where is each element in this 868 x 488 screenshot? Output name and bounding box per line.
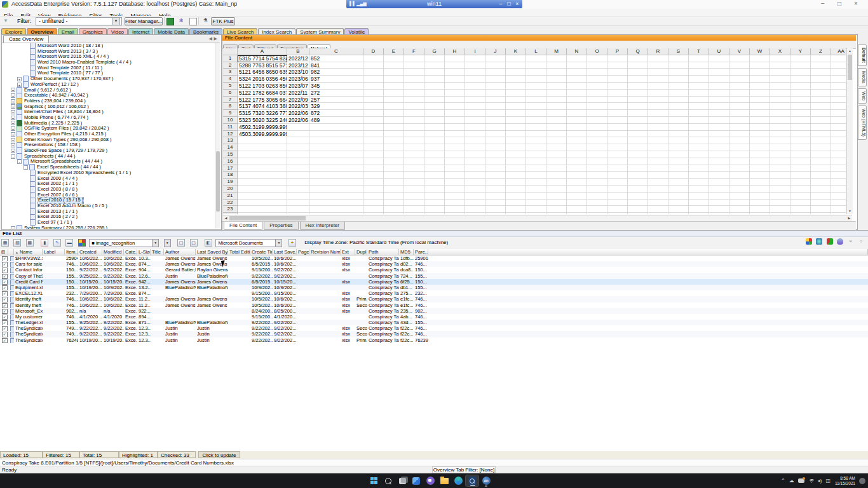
cell-R23[interactable]	[648, 206, 668, 213]
cell-O24[interactable]	[587, 213, 607, 214]
cell-F10[interactable]	[404, 117, 424, 124]
cell-Y16[interactable]	[790, 158, 811, 165]
cell-K6[interactable]	[506, 90, 526, 97]
eraser-icon[interactable]: ▬	[65, 239, 73, 247]
cell-M19[interactable]	[546, 179, 567, 186]
cell-W15[interactable]	[750, 151, 770, 158]
cell-C4[interactable]: 937	[309, 76, 363, 83]
cell-G23[interactable]	[424, 206, 445, 213]
table-row[interactable]: ✓Microsoft_Excel...902...n/an/aExce...92…	[0, 308, 868, 314]
cell-B23[interactable]	[287, 206, 309, 213]
cell-W12[interactable]	[750, 131, 770, 138]
cell-P1[interactable]	[607, 55, 628, 62]
cell-Z8[interactable]	[811, 103, 831, 110]
column-header-MD5[interactable]: MD5	[399, 249, 414, 255]
cell-J5[interactable]	[485, 83, 506, 90]
cell-U3[interactable]	[709, 69, 729, 76]
uncheck-all-icon[interactable]: ▢	[190, 239, 198, 247]
cell-D3[interactable]	[363, 69, 384, 76]
cell-N18[interactable]	[567, 172, 587, 179]
cell-D14[interactable]	[363, 144, 384, 151]
cell-F18[interactable]	[404, 172, 424, 179]
cell-I19[interactable]	[465, 179, 485, 186]
cell-Q5[interactable]	[628, 83, 648, 90]
cell-W13[interactable]	[750, 137, 770, 144]
cell-F8[interactable]	[404, 103, 424, 110]
cell-P20[interactable]	[607, 186, 628, 193]
cell-A14[interactable]	[238, 144, 287, 151]
tray-chevron-icon[interactable]: ⌃	[781, 475, 785, 487]
cell-K18[interactable]	[506, 172, 526, 179]
cell-B12[interactable]	[287, 131, 309, 138]
cell-O2[interactable]	[587, 62, 607, 69]
column-header-Item...[interactable]: Item...	[65, 249, 78, 255]
cell-I20[interactable]	[465, 186, 485, 193]
cell-W21[interactable]	[750, 193, 770, 200]
cell-J9[interactable]	[485, 110, 506, 117]
accessdata-app-button[interactable]: AD	[479, 475, 493, 487]
cell-AA5[interactable]	[831, 83, 846, 90]
cell-Y10[interactable]	[790, 117, 811, 124]
cell-X10[interactable]	[770, 117, 790, 124]
cell-R20[interactable]	[648, 186, 668, 193]
cell-A7[interactable]: 5122 1775 3065 6642	[238, 97, 287, 104]
cell-X12[interactable]	[770, 131, 790, 138]
cell-C1[interactable]: 852	[309, 55, 363, 62]
cell-V6[interactable]	[729, 90, 750, 97]
expand-plus-icon[interactable]: +	[11, 143, 15, 147]
cell-G13[interactable]	[424, 137, 445, 144]
cell-U15[interactable]	[709, 151, 729, 158]
cell-O3[interactable]	[587, 69, 607, 76]
cell-F4[interactable]	[404, 76, 424, 83]
cell-F1[interactable]	[404, 55, 424, 62]
cell-I11[interactable]	[465, 124, 485, 131]
cell-J1[interactable]	[485, 55, 506, 62]
cell-W11[interactable]	[750, 124, 770, 131]
cell-V5[interactable]	[729, 83, 750, 90]
expand-plus-icon[interactable]: +	[11, 110, 15, 114]
cell-F12[interactable]	[404, 131, 424, 138]
cell-F21[interactable]	[404, 193, 424, 200]
cell-J21[interactable]	[485, 193, 506, 200]
cell-Y9[interactable]	[790, 110, 811, 117]
cell-P4[interactable]	[607, 76, 628, 83]
cell-G4[interactable]	[424, 76, 445, 83]
start-button[interactable]	[367, 475, 381, 487]
cell-M24[interactable]	[546, 213, 567, 214]
cell-O15[interactable]	[587, 151, 607, 158]
cell-X6[interactable]	[770, 90, 790, 97]
cell-W1[interactable]	[750, 55, 770, 62]
checkbox-cell[interactable]: ✓	[0, 285, 8, 290]
minimize-button[interactable]: −	[818, 0, 827, 7]
cell-O7[interactable]	[587, 97, 607, 104]
cell-P7[interactable]	[607, 97, 628, 104]
table-row[interactable]: ✓Identity theft In...746...10/6/202...10…	[0, 302, 868, 308]
cell-G15[interactable]	[424, 151, 445, 158]
cell-A3[interactable]: 5121 6456 8650 6358	[238, 69, 287, 76]
cell-N14[interactable]	[567, 144, 587, 151]
cell-E8[interactable]	[384, 103, 404, 110]
column-header-Last Save...[interactable]: Last Save...	[273, 249, 297, 255]
cell-G20[interactable]	[424, 186, 445, 193]
cell-F3[interactable]	[404, 69, 424, 76]
cell-K16[interactable]	[506, 158, 526, 165]
table-row[interactable]: ✓Contact Inform...150...9/22/202...9/22/…	[0, 267, 868, 273]
cell-N21[interactable]	[567, 193, 587, 200]
cell-Z2[interactable]	[811, 62, 831, 69]
row-header-24[interactable]: 24	[223, 213, 238, 214]
cell-Q20[interactable]	[628, 186, 648, 193]
scroll-up-icon[interactable]: ▲	[847, 48, 853, 54]
cell-E10[interactable]	[384, 117, 404, 124]
expand-plus-icon[interactable]: +	[11, 88, 15, 92]
cell-B6[interactable]: 2022/11	[287, 90, 309, 97]
cell-K24[interactable]	[506, 213, 526, 214]
cell-AA17[interactable]	[831, 165, 846, 172]
cell-M9[interactable]	[546, 110, 567, 117]
cell-C17[interactable]	[309, 165, 363, 172]
cell-I7[interactable]	[465, 97, 485, 104]
cell-E19[interactable]	[384, 179, 404, 186]
cell-W10[interactable]	[750, 117, 770, 124]
cell-J18[interactable]	[485, 172, 506, 179]
cell-T23[interactable]	[689, 206, 709, 213]
cell-P3[interactable]	[607, 69, 628, 76]
